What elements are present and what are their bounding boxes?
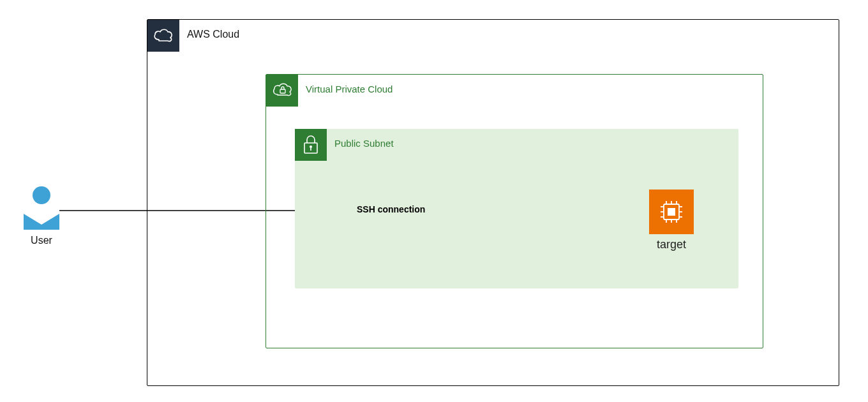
svg-point-5 [310, 145, 312, 148]
svg-point-2 [33, 186, 50, 204]
aws-cloud-icon [147, 20, 179, 52]
ec2-icon [649, 190, 694, 234]
ec2-target-label: target [646, 238, 697, 251]
vpc-label: Virtual Private Cloud [306, 84, 393, 94]
public-subnet-icon [295, 129, 327, 161]
vpc-container: Virtual Private Cloud Public Subnet [266, 74, 763, 348]
user-node: User [22, 185, 61, 246]
aws-cloud-container: AWS Cloud Virtual Private Cloud [147, 19, 839, 386]
user-label: User [22, 235, 61, 246]
svg-rect-8 [668, 208, 675, 216]
diagram-canvas: User AWS Cloud Virtual Private Cloud [0, 0, 868, 402]
ec2-target-node: target [646, 190, 697, 251]
aws-cloud-label: AWS Cloud [187, 29, 239, 40]
svg-rect-3 [280, 89, 285, 93]
public-subnet-label: Public Subnet [334, 138, 394, 149]
user-icon [24, 185, 59, 230]
ssh-connection-label: SSH connection [357, 204, 425, 214]
vpc-icon [266, 75, 298, 107]
